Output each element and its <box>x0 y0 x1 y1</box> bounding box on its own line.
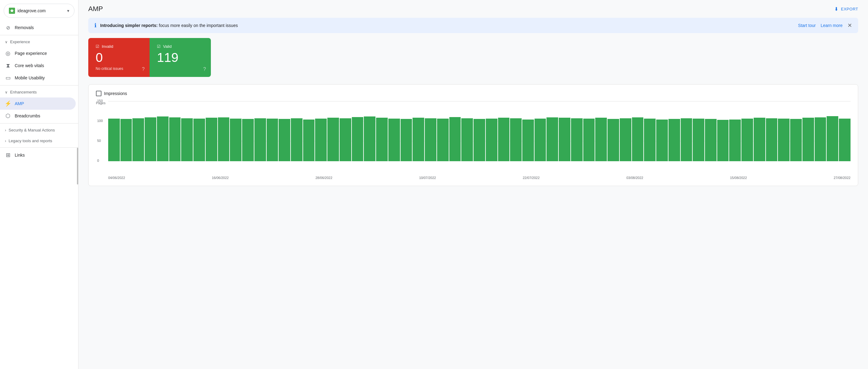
start-tour-link[interactable]: Start tour <box>798 23 816 28</box>
invalid-card-header: ☑ Invalid <box>96 44 140 49</box>
valid-count: 119 <box>157 51 201 64</box>
bar <box>839 119 850 161</box>
site-selector[interactable]: ideagrove.com ▾ <box>4 4 74 18</box>
bar <box>620 118 631 161</box>
grid-label-100: 100 <box>97 119 103 123</box>
bar <box>510 118 522 161</box>
impressions-checkbox[interactable] <box>96 91 101 96</box>
sidebar-item-removals[interactable]: ⊘ Removals <box>0 22 76 34</box>
x-axis-label: 27/08/2022 <box>834 176 850 180</box>
bar <box>632 117 644 161</box>
removals-icon: ⊘ <box>5 25 11 31</box>
export-button[interactable]: ⬇ EXPORT <box>834 6 858 12</box>
bar <box>644 119 656 161</box>
bar <box>120 119 132 161</box>
bar <box>267 119 278 161</box>
x-axis-label: 28/06/2022 <box>315 176 332 180</box>
invalid-help-icon[interactable]: ? <box>142 66 145 72</box>
bar <box>522 120 534 161</box>
invalid-label: Invalid <box>102 44 114 49</box>
bar <box>193 119 205 161</box>
x-axis-label: 10/07/2022 <box>419 176 436 180</box>
bar <box>376 118 388 161</box>
bar <box>741 119 753 161</box>
sidebar-item-amp[interactable]: ⚡ AMP <box>0 97 76 110</box>
sidebar: ideagrove.com ▾ ⊘ Removals ∨ Experience … <box>0 0 79 369</box>
bar <box>437 119 449 161</box>
bar <box>571 118 583 161</box>
x-axis-label: 04/06/2022 <box>108 176 125 180</box>
bar <box>498 118 510 161</box>
sidebar-section-security[interactable]: › Security & Manual Actions <box>0 125 78 135</box>
sidebar-section-experience[interactable]: ∨ Experience <box>0 36 78 47</box>
bar <box>132 118 144 161</box>
bar <box>206 118 217 161</box>
sidebar-item-mobile-usability[interactable]: ▭ Mobile Usability <box>0 72 76 84</box>
bar <box>766 118 778 161</box>
bar <box>681 118 692 161</box>
valid-help-icon[interactable]: ? <box>203 66 206 72</box>
valid-card: ☑ Valid 119 ? <box>150 38 211 77</box>
bar <box>559 118 570 161</box>
divider <box>0 35 78 35</box>
divider-3 <box>0 123 78 124</box>
info-banner: ℹ Introducing simpler reports: focus mor… <box>88 18 858 33</box>
sidebar-item-amp-label: AMP <box>15 101 24 106</box>
page-title: AMP <box>88 5 103 13</box>
bar <box>364 117 375 161</box>
collapse-enhancements-icon: ∨ <box>5 90 8 94</box>
breadcrumbs-icon: ⬡ <box>5 113 11 119</box>
sidebar-item-page-experience-label: Page experience <box>15 51 47 56</box>
site-name: ideagrove.com <box>18 8 65 13</box>
status-cards: ☑ Invalid 0 No critical issues ? ☑ Valid… <box>88 38 211 77</box>
main-content: AMP ⬇ EXPORT ℹ Introducing simpler repor… <box>79 0 868 369</box>
bar <box>218 117 229 161</box>
info-icon: ℹ <box>94 22 97 29</box>
sidebar-item-breadcrumbs-label: Breadcrumbs <box>15 114 40 118</box>
close-icon: ✕ <box>847 22 852 29</box>
bar <box>669 119 680 161</box>
bar <box>412 118 424 161</box>
sidebar-item-core-web-vitals[interactable]: ⧗ Core web vitals <box>0 59 76 72</box>
sidebar-item-breadcrumbs[interactable]: ⬡ Breadcrumbs <box>0 110 76 122</box>
x-axis-label: 22/07/2022 <box>523 176 540 180</box>
invalid-count: 0 <box>96 51 140 64</box>
invalid-card: ☑ Invalid 0 No critical issues ? <box>88 38 150 77</box>
bar <box>729 120 741 161</box>
sidebar-section-enhancements[interactable]: ∨ Enhancements <box>0 87 78 97</box>
x-axis: 04/06/202216/06/202228/06/202210/07/2022… <box>108 176 850 180</box>
chart-area: 150 100 50 0 <box>108 101 850 168</box>
banner-intro: Introducing simpler reports: <box>100 23 158 28</box>
mobile-usability-icon: ▭ <box>5 75 11 81</box>
bar <box>595 118 607 161</box>
sidebar-section-legacy[interactable]: › Legacy tools and reports <box>0 135 78 146</box>
sidebar-item-mobile-usability-label: Mobile Usability <box>15 75 45 80</box>
impressions-toggle[interactable]: Impressions <box>96 91 850 96</box>
banner-close-button[interactable]: ✕ <box>847 22 852 29</box>
bar <box>352 117 364 161</box>
export-label: EXPORT <box>841 7 858 11</box>
bar <box>815 117 826 161</box>
page-experience-icon: ◎ <box>5 50 11 56</box>
bar <box>802 118 814 161</box>
links-icon: ⊞ <box>5 152 11 158</box>
export-icon: ⬇ <box>834 6 839 12</box>
chart-section: Impressions Pages 150 100 50 0 <box>88 84 858 186</box>
bar <box>279 119 290 161</box>
bar <box>242 119 254 161</box>
learn-more-link[interactable]: Learn more <box>820 23 843 28</box>
valid-card-header: ☑ Valid <box>157 44 201 49</box>
bar <box>827 116 838 161</box>
bar <box>534 119 546 161</box>
banner-text: Introducing simpler reports: focus more … <box>100 23 795 28</box>
legacy-section-label: Legacy tools and reports <box>8 139 52 143</box>
bar <box>303 120 315 161</box>
sidebar-item-removals-label: Removals <box>15 25 34 30</box>
bar <box>583 119 595 161</box>
dropdown-arrow-icon: ▾ <box>67 8 69 13</box>
sidebar-item-links[interactable]: ⊞ Links <box>0 149 76 161</box>
sidebar-item-page-experience[interactable]: ◎ Page experience <box>0 47 76 59</box>
divider-2 <box>0 85 78 86</box>
scroll-indicator <box>77 148 78 185</box>
bar <box>778 119 789 161</box>
